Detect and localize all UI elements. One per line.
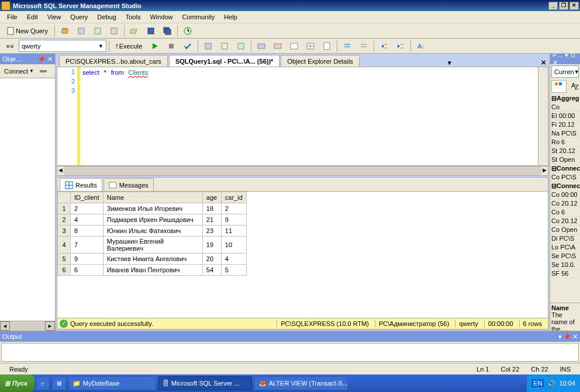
menu-community[interactable]: Community (178, 12, 220, 22)
alphabetical-button[interactable]: AZ (568, 80, 580, 93)
disconnect-button[interactable] (36, 65, 51, 78)
prop-row[interactable]: Lo PC\А (550, 243, 580, 252)
table-row[interactable]: 66Иванов Иван Пентрович545 (58, 265, 247, 276)
intellisense-button[interactable] (233, 40, 248, 53)
chevron-down-icon[interactable]: ▾ (446, 59, 454, 67)
close-tab-button[interactable]: ✕ (538, 59, 548, 67)
prop-row[interactable]: Co 6 (550, 208, 580, 217)
scroll-right-icon[interactable]: ► (541, 166, 548, 175)
row-number[interactable]: 6 (58, 265, 71, 276)
menu-view[interactable]: View (43, 12, 66, 22)
cell[interactable]: 54 (202, 265, 221, 276)
menu-debug[interactable]: Debug (92, 12, 120, 22)
prop-group-connection-details[interactable]: ⊟ Connec (550, 182, 580, 190)
change-connection-button[interactable] (2, 40, 18, 53)
col-name[interactable]: Name (103, 192, 202, 203)
prop-row[interactable]: Co 00:00 (550, 190, 580, 199)
scroll-left-icon[interactable]: ◄ (57, 166, 64, 175)
debug-button[interactable] (147, 40, 163, 53)
cell[interactable]: 9 (221, 214, 246, 226)
task-mydatebase[interactable]: 📁 MyDateBase (68, 376, 156, 390)
prop-row[interactable]: Se 10.0. (550, 261, 580, 269)
prop-row[interactable]: Fi 20.12 (550, 120, 580, 129)
cell[interactable]: 20 (202, 254, 221, 265)
table-row[interactable]: 12Зименков Илья Игоревич182 (58, 203, 247, 214)
properties-object-combo[interactable]: Curren ▼ (551, 65, 579, 78)
save-all-button[interactable] (160, 25, 175, 37)
restore-button[interactable]: ❐ (559, 2, 568, 10)
menu-help[interactable]: Help (219, 12, 242, 22)
cell[interactable]: Юнкин Ильяс Фатихович (103, 226, 202, 237)
prop-group-connection[interactable]: ⊟ Connec (550, 164, 580, 173)
lang-indicator[interactable]: EN (531, 379, 544, 387)
table-row[interactable]: 24Подмарев Иркен Ришадович219 (58, 214, 247, 226)
parse-button[interactable] (180, 40, 195, 53)
menu-window[interactable]: Window (145, 12, 177, 22)
output-dropdown-icon[interactable]: ▾ (558, 333, 562, 341)
cell[interactable]: 11 (221, 226, 246, 237)
col-age[interactable]: age (202, 192, 221, 203)
cell[interactable]: 21 (202, 214, 221, 226)
editor-vscroll[interactable] (538, 67, 548, 165)
clock[interactable]: 10:04 (559, 380, 575, 387)
connect-dropdown[interactable]: Connect ▼ (2, 65, 36, 78)
cell[interactable]: 10 (221, 237, 246, 254)
display-plan-button[interactable] (201, 40, 216, 53)
categorized-button[interactable] (551, 80, 567, 93)
tray-icon[interactable]: 🔊 (547, 380, 555, 387)
object-explorer-hscroll[interactable]: ◄ ► (0, 321, 55, 331)
prop-row[interactable]: El 00:00 (550, 112, 580, 120)
open-button[interactable] (127, 25, 142, 37)
menu-query[interactable]: Query (65, 12, 92, 22)
db-engine-query-button[interactable] (57, 25, 72, 37)
cell[interactable]: Мурашкин Евгений Валериевич (103, 237, 202, 254)
properties-grid[interactable]: ⊟ Aggreg Co El 00:00 Fi 20.12 Na PC\S Ro… (550, 94, 580, 303)
task-firefox[interactable]: 🦊 ALTER VIEW (Transact-S... (254, 376, 348, 390)
prop-row[interactable]: SF 56 (550, 269, 580, 278)
quick-launch-desktop[interactable]: 🖥 (52, 376, 66, 390)
row-header-corner[interactable] (58, 192, 71, 203)
specify-values-button[interactable]: A↓ (413, 40, 429, 53)
prop-row[interactable]: Co 20.12 (550, 217, 580, 226)
table-row[interactable]: 47Мурашкин Евгений Валериевич1910 (58, 237, 247, 254)
start-button[interactable]: ⊞ Пуск (0, 374, 34, 392)
cell[interactable]: 8 (71, 226, 103, 237)
cell[interactable]: 6 (71, 265, 103, 276)
query-options-button[interactable] (217, 40, 232, 53)
xmla-query-button[interactable] (106, 25, 122, 37)
cell[interactable]: Иванов Иван Пентрович (103, 265, 202, 276)
cell[interactable]: 2 (221, 203, 246, 214)
quick-launch-ie[interactable]: e (36, 376, 50, 390)
sql-editor[interactable]: 1 2 3 select * from Clients (57, 67, 548, 166)
cancel-button[interactable] (164, 40, 179, 53)
results-grid[interactable]: ID_client Name age car_id 12Зименков Иль… (57, 192, 548, 318)
pin-icon[interactable]: 📌 (563, 333, 571, 341)
dmx-query-button[interactable] (90, 25, 105, 37)
activity-monitor-button[interactable] (180, 25, 195, 37)
prop-row[interactable]: Co 20.12 (550, 199, 580, 208)
results-to-text-button[interactable] (286, 40, 302, 53)
cell[interactable]: Кистяев Никита Ангелович (103, 254, 202, 265)
close-icon[interactable]: ✕ (572, 333, 578, 341)
comment-button[interactable] (340, 40, 355, 53)
results-to-grid-button[interactable] (303, 40, 318, 53)
row-number[interactable]: 2 (58, 214, 71, 226)
results-tab[interactable]: Results (60, 178, 102, 191)
prop-row[interactable]: Di PC\S (550, 234, 580, 243)
row-number[interactable]: 3 (58, 226, 71, 237)
editor-hscroll[interactable]: ◄ ► (57, 166, 548, 176)
indent-button[interactable] (377, 40, 392, 53)
prop-row[interactable]: Ro 6 (550, 138, 580, 147)
cell[interactable]: 7 (71, 237, 103, 254)
task-ssms[interactable]: 🗄 Microsoft SQL Server ... (158, 376, 252, 390)
results-to-file-button[interactable] (319, 40, 334, 53)
cell[interactable]: 23 (202, 226, 221, 237)
save-button[interactable] (143, 25, 158, 37)
tab-sqlquery1[interactable]: SQLQuery1.sql - PC\...\А... (56))* (169, 55, 279, 67)
pin-icon[interactable]: 📌 ✕ (37, 55, 53, 63)
menu-tools[interactable]: Tools (121, 12, 146, 22)
row-number[interactable]: 1 (58, 203, 71, 214)
output-body[interactable] (1, 343, 579, 362)
messages-tab[interactable]: Messages (103, 178, 154, 191)
cell[interactable]: Подмарев Иркен Ришадович (103, 214, 202, 226)
